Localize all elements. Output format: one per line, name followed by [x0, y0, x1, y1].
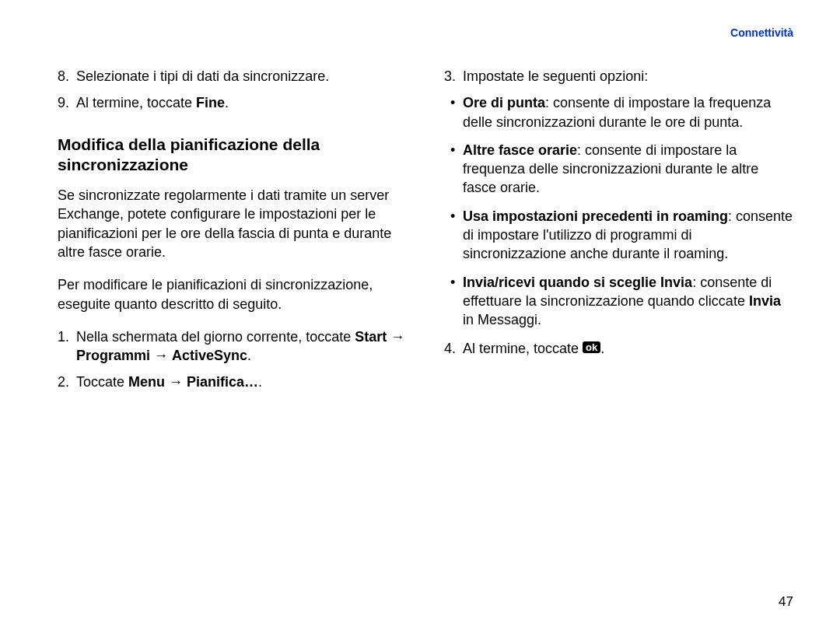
text: .: [225, 95, 229, 110]
list-number: 2.: [58, 373, 76, 391]
text: in Messaggi.: [463, 312, 541, 327]
list-item-1: 1. Nella schermata del giorno corrente, …: [58, 327, 407, 366]
section-heading: Modifica della pianificazione della sinc…: [58, 135, 407, 176]
paragraph: Se sincronizzate regolarmente i dati tra…: [58, 186, 407, 261]
bold: ActiveSync: [172, 348, 247, 363]
bold: Ore di punta: [463, 95, 545, 110]
list-body: Al termine, toccate Fine.: [76, 93, 407, 112]
bold: Start: [355, 329, 387, 345]
bullet-body: Ore di punta: consente di impostare la f…: [463, 93, 793, 131]
list-item-4: 4. Al termine, toccate ok.: [444, 339, 793, 358]
bullet-body: Altre fasce orarie: consente di impostar…: [463, 141, 793, 198]
list-body: Impostate le seguenti opzioni:: [463, 67, 793, 86]
list-number: 9.: [58, 93, 76, 112]
text: .: [258, 374, 262, 390]
content-columns: 8. Selezionate i tipi di dati da sincron…: [58, 67, 793, 400]
page-number: 47: [779, 594, 793, 610]
ok-icon: ok: [583, 341, 600, 353]
paragraph: Per modificare le pianificazioni di sinc…: [58, 275, 407, 313]
bullet-item: • Invia/ricevi quando si sceglie Invia: …: [450, 273, 793, 330]
bullet-icon: •: [450, 207, 463, 264]
bold: Fine: [196, 95, 225, 110]
bullet-item: • Altre fasce orarie: consente di impost…: [450, 141, 793, 198]
list-number: 1.: [58, 327, 76, 366]
text: Al termine, toccate: [463, 341, 583, 356]
bullet-item: • Ore di punta: consente di impostare la…: [450, 93, 793, 131]
bullet-icon: •: [450, 141, 463, 198]
bullet-body: Invia/ricevi quando si sceglie Invia: co…: [463, 273, 793, 330]
arrow: →: [165, 374, 187, 390]
list-body: Al termine, toccate ok.: [463, 339, 793, 358]
list-item-8: 8. Selezionate i tipi di dati da sincron…: [58, 67, 407, 86]
list-item-3: 3. Impostate le seguenti opzioni:: [444, 67, 793, 86]
list-body: Nella schermata del giorno corrente, toc…: [76, 327, 407, 366]
bullet-item: • Usa impostazioni precedenti in roaming…: [450, 207, 793, 264]
list-body: Selezionate i tipi di dati da sincronizz…: [76, 67, 407, 86]
bold: Pianifica…: [187, 374, 258, 390]
bold: Usa impostazioni precedenti in roaming: [463, 208, 728, 224]
list-body: Toccate Menu → Pianifica….: [76, 373, 407, 391]
text: .: [247, 348, 251, 363]
text: Toccate: [76, 374, 128, 390]
bullet-body: Usa impostazioni precedenti in roaming: …: [463, 207, 793, 264]
left-column: 8. Selezionate i tipi di dati da sincron…: [58, 67, 407, 400]
text: .: [600, 341, 604, 356]
text: Al termine, toccate: [76, 95, 196, 110]
list-number: 4.: [444, 339, 463, 358]
bullet-icon: •: [450, 273, 463, 330]
section-header-link: Connettività: [730, 26, 793, 39]
bold: Programmi: [76, 348, 150, 363]
bold: Invia/ricevi quando si sceglie Invia: [463, 275, 692, 290]
arrow: →: [387, 329, 404, 345]
right-column: 3. Impostate le seguenti opzioni: • Ore …: [444, 67, 793, 400]
bold: Menu: [128, 374, 165, 390]
text: Nella schermata del giorno corrente, toc…: [76, 329, 355, 345]
bold: Altre fasce orarie: [463, 142, 577, 158]
list-item-9: 9. Al termine, toccate Fine.: [58, 93, 407, 112]
list-item-2: 2. Toccate Menu → Pianifica….: [58, 373, 407, 391]
bullet-icon: •: [450, 93, 463, 131]
list-number: 3.: [444, 67, 463, 86]
bold: Invia: [749, 293, 781, 309]
arrow: →: [150, 348, 172, 363]
list-number: 8.: [58, 67, 76, 86]
